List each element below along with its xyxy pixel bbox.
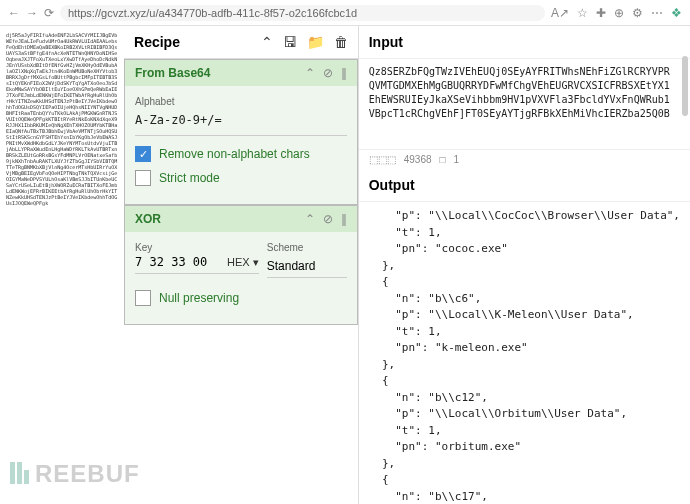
alphabet-select[interactable]: A-Za-z0-9+/=	[135, 109, 347, 136]
save-recipe-icon[interactable]: 🖫	[283, 34, 297, 50]
remove-nonalpha-checkbox[interactable]: ✓	[135, 146, 151, 162]
null-preserving-checkbox[interactable]	[135, 290, 151, 306]
recipe-title: Recipe	[134, 34, 261, 50]
line-count-icon: □	[440, 154, 446, 165]
clear-recipe-icon[interactable]: 🗑	[334, 34, 348, 50]
output-header: Output	[359, 169, 690, 202]
favorite-icon[interactable]: ☆	[577, 6, 588, 20]
load-recipe-icon[interactable]: 📁	[307, 34, 324, 50]
input-textarea[interactable]: Qz8SERZbFQgTWzIVEhEUQj0SEyAYFRITWhsNEhFi…	[359, 59, 690, 149]
scheme-select[interactable]: Standard	[267, 255, 347, 278]
refresh-icon[interactable]: ⟳	[44, 6, 54, 20]
read-aloud-icon[interactable]: A↗	[551, 6, 569, 20]
input-scrollbar[interactable]	[682, 56, 688, 116]
watermark: REEBUF	[10, 460, 140, 490]
more-icon[interactable]: ⋯	[651, 6, 663, 20]
op-from-base64: From Base64 ⌃ ⊘ ‖ Alphabet A-Za-z0-9+/= …	[124, 59, 358, 205]
op-collapse-icon[interactable]: ⌃	[305, 212, 315, 226]
op-header-xor[interactable]: XOR ⌃ ⊘ ‖	[125, 206, 357, 232]
forward-icon[interactable]: →	[26, 6, 38, 20]
copilot-icon[interactable]: ❖	[671, 6, 682, 20]
recipe-pane: Recipe ⌃ 🖫 📁 🗑 From Base64 ⌃ ⊘ ‖ Alphabe…	[124, 26, 358, 504]
op-disable-icon[interactable]: ⊘	[323, 212, 333, 226]
io-pane: Input Qz8SERZbFQgTWzIVEhEUQj0SEyAYFRITWh…	[358, 26, 690, 504]
strict-mode-label: Strict mode	[159, 171, 220, 185]
key-label: Key	[135, 242, 259, 253]
strict-mode-checkbox[interactable]	[135, 170, 151, 186]
op-disable-icon[interactable]: ⊘	[323, 66, 333, 80]
op-pause-icon[interactable]: ‖	[341, 212, 347, 226]
op-xor: XOR ⌃ ⊘ ‖ Key 7 32 33 00 HEX ▾	[124, 205, 358, 325]
op-name: XOR	[135, 212, 161, 226]
input-header: Input	[359, 26, 690, 59]
main-area: dj5R5aJyFIRIfuAdeENF2LbSACVYMIIJBgEVbWEf…	[0, 26, 690, 504]
raw-input-pane[interactable]: dj5R5aJyFIRIfuAdeENF2LbSACVYMIIJBgEVbWEf…	[0, 26, 124, 504]
extensions-icon[interactable]: ⊕	[614, 6, 624, 20]
back-icon[interactable]: ←	[8, 6, 20, 20]
key-encoding-select[interactable]: HEX ▾	[227, 256, 259, 269]
settings-icon[interactable]: ⚙	[632, 6, 643, 20]
char-count: 49368	[404, 154, 432, 165]
op-header-base64[interactable]: From Base64 ⌃ ⊘ ‖	[125, 60, 357, 86]
alphabet-label: Alphabet	[135, 96, 347, 107]
recipe-collapse-icon[interactable]: ⌃	[261, 34, 273, 50]
scheme-label: Scheme	[267, 242, 347, 253]
input-status-bar: ⬚⬚⬚ 49368 □ 1	[359, 149, 690, 169]
char-count-icon: ⬚⬚⬚	[369, 154, 396, 165]
browser-toolbar: A↗ ☆ ✚ ⊕ ⚙ ⋯ ❖	[551, 6, 682, 20]
recipe-header: Recipe ⌃ 🖫 📁 🗑	[124, 26, 358, 59]
op-pause-icon[interactable]: ‖	[341, 66, 347, 80]
null-preserving-label: Null preserving	[159, 291, 239, 305]
url-bar[interactable]: https://gcvzt.xyz/u/a434770b-adfb-411c-8…	[60, 5, 545, 21]
browser-bar: ← → ⟳ https://gcvzt.xyz/u/a434770b-adfb-…	[0, 0, 690, 26]
key-input[interactable]: 7 32 33 00	[135, 255, 221, 269]
op-name: From Base64	[135, 66, 210, 80]
output-textarea[interactable]: "p": "\\Local\\CocCoc\\Browser\\User Dat…	[359, 202, 690, 504]
line-count: 1	[454, 154, 460, 165]
add-icon[interactable]: ✚	[596, 6, 606, 20]
remove-nonalpha-label: Remove non-alphabet chars	[159, 147, 310, 161]
op-collapse-icon[interactable]: ⌃	[305, 66, 315, 80]
